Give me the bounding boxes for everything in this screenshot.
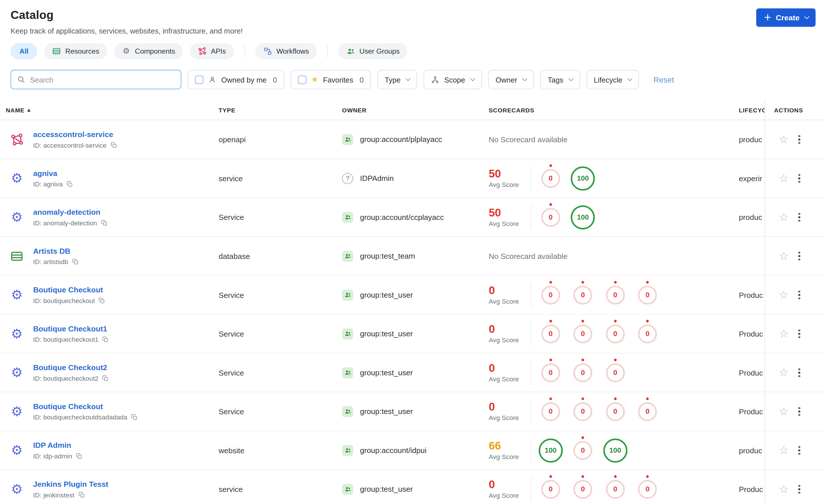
scorecard-badge[interactable]: 0 — [574, 480, 593, 499]
kebab-menu-icon[interactable] — [797, 289, 801, 300]
scorecard-badge[interactable]: 0 — [574, 285, 593, 304]
tab-resources[interactable]: Resources — [44, 43, 107, 59]
entity-name-link[interactable]: accesscontrol-service — [33, 130, 117, 138]
tags-filter-dropdown[interactable]: Tags — [540, 70, 580, 90]
entity-name-link[interactable]: Boutique Checkout — [33, 285, 105, 293]
badge-value: 0 — [613, 330, 617, 338]
scorecard-badge[interactable]: 0 — [638, 402, 657, 421]
scorecard-badge[interactable]: 100 — [603, 438, 627, 462]
kebab-menu-icon[interactable] — [797, 484, 801, 495]
score-divider — [531, 283, 531, 307]
scorecard-badge[interactable]: 0 — [574, 441, 593, 460]
person-icon — [208, 76, 216, 84]
tab-all[interactable]: All — [11, 43, 37, 59]
favorite-star-icon[interactable]: ☆ — [779, 406, 789, 417]
kebab-menu-icon[interactable] — [797, 406, 801, 417]
type-filter-dropdown[interactable]: Type — [377, 70, 417, 90]
trend-dot-icon — [549, 397, 552, 400]
entity-name-link[interactable]: Artists DB — [33, 247, 79, 255]
kebab-menu-icon[interactable] — [797, 212, 801, 223]
scorecard-badge[interactable]: 0 — [541, 285, 560, 304]
scope-filter-dropdown[interactable]: Scope — [424, 70, 482, 90]
scorecard-badge[interactable]: 0 — [541, 402, 560, 421]
favorite-star-icon[interactable]: ☆ — [779, 484, 789, 495]
entity-name-link[interactable]: Boutique Checkout2 — [33, 363, 109, 372]
search-box[interactable] — [11, 70, 181, 90]
tab-apis-label: APIs — [211, 47, 226, 55]
entity-type: database — [219, 252, 250, 260]
lifecycle-value: produc — [739, 446, 764, 455]
scorecard-badge[interactable]: 0 — [606, 480, 625, 499]
favorite-star-icon[interactable]: ☆ — [779, 367, 789, 378]
search-input[interactable] — [30, 76, 175, 84]
entity-name-link[interactable]: IDP Admin — [33, 441, 83, 449]
tab-apis[interactable]: APIs — [190, 43, 234, 59]
scorecard-badge[interactable]: 0 — [574, 363, 593, 382]
scorecard-badge[interactable]: 0 — [638, 324, 657, 343]
kebab-menu-icon[interactable] — [797, 445, 801, 456]
scorecard-badge[interactable]: 0 — [541, 208, 560, 227]
entity-name-link[interactable]: agniva — [33, 169, 73, 177]
scorecard-badge[interactable]: 0 — [606, 363, 625, 382]
badge-value: 0 — [645, 291, 649, 299]
copy-icon[interactable] — [101, 220, 108, 227]
reset-filters-button[interactable]: Reset — [653, 75, 674, 84]
owned-by-me-filter[interactable]: Owned by me 0 — [188, 70, 284, 90]
favorite-star-icon[interactable]: ☆ — [779, 289, 789, 300]
copy-icon[interactable] — [98, 297, 105, 304]
favorite-star-icon[interactable]: ☆ — [779, 328, 789, 339]
copy-icon[interactable] — [76, 453, 83, 460]
badge-slot: 0 — [566, 441, 599, 460]
entity-name-block: agniva ID: agniva — [33, 169, 73, 188]
copy-icon[interactable] — [110, 142, 117, 149]
copy-icon[interactable] — [131, 414, 138, 420]
scorecard-badge[interactable]: 0 — [541, 324, 560, 343]
entity-name-link[interactable]: anomaly-detection — [33, 208, 107, 216]
scorecard-badge[interactable]: 0 — [574, 324, 593, 343]
tab-user-groups[interactable]: User Groups — [338, 43, 407, 59]
entity-name-link[interactable]: Boutique Checkout — [33, 402, 138, 410]
copy-icon[interactable] — [72, 258, 79, 265]
scorecard-badge[interactable]: 0 — [606, 402, 625, 421]
scorecard-badge[interactable]: 0 — [541, 363, 560, 382]
entity-name-link[interactable]: Boutique Checkout1 — [33, 324, 109, 333]
scorecard-badge[interactable]: 100 — [571, 205, 595, 229]
scorecard-badge[interactable]: 0 — [541, 169, 560, 188]
copy-icon[interactable] — [102, 336, 109, 343]
owner-filter-dropdown[interactable]: Owner — [488, 70, 534, 90]
favorites-filter[interactable]: ★ Favorites 0 — [291, 70, 371, 90]
scorecard-badge[interactable]: 0 — [638, 285, 657, 304]
lifecycle-value: Produc — [739, 368, 764, 377]
scorecard-badge[interactable]: 0 — [638, 480, 657, 499]
kebab-menu-icon[interactable] — [797, 251, 801, 261]
kebab-menu-icon[interactable] — [797, 173, 801, 184]
scorecard-badge[interactable]: 100 — [571, 166, 595, 191]
trend-dot-icon — [582, 358, 584, 361]
entity-name-link[interactable]: Jenkins Plugin Tesst — [33, 480, 108, 488]
scorecard-badge[interactable]: 100 — [538, 438, 562, 462]
scorecard-badge[interactable]: 0 — [606, 285, 625, 304]
scorecard-badge[interactable]: 0 — [541, 480, 560, 499]
scorecard-badge[interactable]: 0 — [606, 324, 625, 343]
create-button[interactable]: + Create — [756, 8, 815, 27]
column-header-name[interactable]: NAME▲ — [6, 107, 31, 113]
favorite-star-icon[interactable]: ☆ — [779, 173, 789, 184]
favorite-star-icon[interactable]: ☆ — [779, 134, 789, 145]
tab-workflows[interactable]: Workflows — [255, 43, 317, 59]
favorite-star-icon[interactable]: ☆ — [779, 212, 789, 223]
copy-icon[interactable] — [78, 491, 85, 498]
copy-icon[interactable] — [66, 180, 73, 187]
favorite-star-icon[interactable]: ☆ — [779, 445, 789, 456]
kebab-menu-icon[interactable] — [797, 328, 801, 339]
owned-by-me-checkbox[interactable] — [195, 76, 203, 84]
kebab-menu-icon[interactable] — [797, 367, 801, 378]
favorites-checkbox[interactable] — [298, 76, 306, 84]
lifecycle-filter-dropdown[interactable]: Lifecycle — [587, 70, 639, 90]
favorite-star-icon[interactable]: ☆ — [779, 251, 789, 261]
tab-components[interactable]: ⚙Components — [114, 43, 183, 59]
scorecard-badge[interactable]: 0 — [574, 402, 593, 421]
trend-dot-icon — [614, 475, 617, 478]
copy-icon[interactable] — [102, 375, 109, 382]
kebab-menu-icon[interactable] — [797, 134, 801, 145]
entity-id-line: ID: artistsdb — [33, 258, 79, 265]
